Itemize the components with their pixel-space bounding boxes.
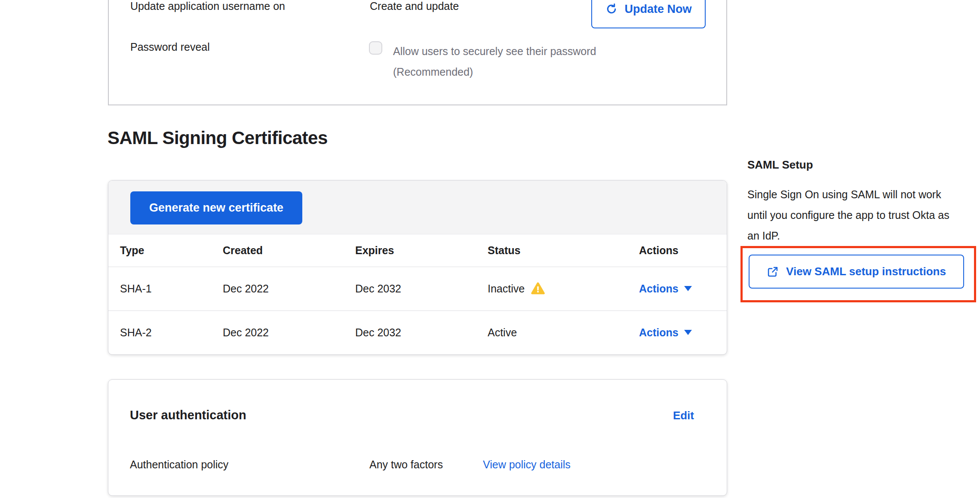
password-reveal-description: Allow users to securely see their passwo… — [393, 41, 635, 82]
refresh-icon — [605, 3, 618, 15]
okta-app-settings-page: Update application username on Create an… — [0, 0, 980, 498]
view-policy-details-link[interactable]: View policy details — [483, 458, 571, 471]
actions-label: Actions — [639, 326, 679, 339]
chevron-down-icon — [684, 286, 692, 291]
update-now-button[interactable]: Update Now — [591, 0, 706, 28]
external-link-icon — [767, 266, 779, 278]
page-title: SAML Signing Certificates — [108, 128, 328, 148]
certificates-table: Type Created Expires Status Actions SHA-… — [108, 234, 727, 354]
update-now-label: Update Now — [624, 3, 691, 16]
cert-created: Dec 2022 — [211, 310, 344, 354]
chevron-down-icon — [684, 330, 692, 335]
user-authentication-card: User authentication Edit Authentication … — [108, 379, 727, 496]
cert-type: SHA-1 — [108, 267, 211, 310]
username-update-label: Update application username on — [130, 0, 285, 12]
col-header-created: Created — [211, 234, 344, 267]
table-row: SHA-1 Dec 2022 Dec 2032 Inactive — [108, 267, 727, 310]
certificates-toolbar: Generate new certificate — [108, 181, 727, 234]
table-row: SHA-2 Dec 2022 Dec 2032 Active Actions — [108, 310, 727, 354]
actions-dropdown[interactable]: Actions — [639, 283, 692, 295]
table-header-row: Type Created Expires Status Actions — [108, 234, 727, 267]
saml-setup-description: Single Sign On using SAML will not work … — [747, 184, 953, 246]
card-title: User authentication — [130, 408, 246, 422]
cert-type: SHA-2 — [108, 310, 211, 354]
col-header-status: Status — [476, 234, 627, 267]
certificates-card: Generate new certificate Type Created Ex… — [108, 180, 727, 355]
cert-created: Dec 2022 — [211, 267, 344, 310]
saml-setup-title: SAML Setup — [747, 158, 813, 172]
auth-policy-label: Authentication policy — [130, 458, 228, 471]
status-badge: Inactive — [488, 282, 627, 295]
actions-label: Actions — [639, 283, 679, 295]
actions-dropdown[interactable]: Actions — [639, 326, 692, 339]
status-badge: Active — [488, 326, 627, 339]
generate-certificate-button[interactable]: Generate new certificate — [130, 191, 302, 224]
cert-expires: Dec 2032 — [344, 310, 476, 354]
status-text: Active — [488, 326, 517, 339]
status-text: Inactive — [488, 283, 525, 295]
cert-expires: Dec 2032 — [344, 267, 476, 310]
password-reveal-checkbox[interactable] — [369, 41, 382, 55]
view-saml-instructions-label: View SAML setup instructions — [786, 265, 946, 278]
edit-link[interactable]: Edit — [673, 409, 694, 422]
view-saml-instructions-button[interactable]: View SAML setup instructions — [749, 255, 964, 289]
col-header-expires: Expires — [344, 234, 476, 267]
col-header-type: Type — [108, 234, 211, 267]
password-reveal-label: Password reveal — [130, 41, 210, 53]
warning-icon — [531, 282, 545, 295]
username-update-value: Create and update — [370, 0, 459, 12]
col-header-actions: Actions — [627, 234, 727, 267]
auth-policy-value: Any two factors — [369, 458, 443, 471]
